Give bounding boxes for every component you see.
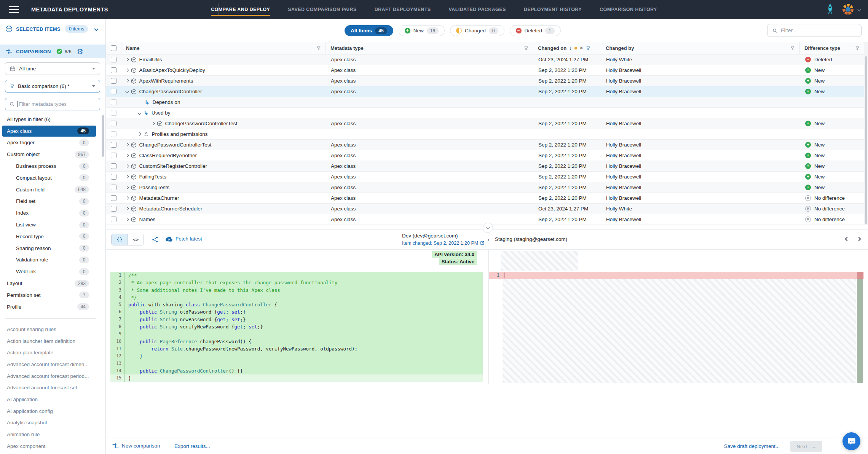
sidebar-type-apex-component[interactable]: Apex component [0, 440, 105, 452]
sidebar-type-apex-class[interactable]: Apex class45 [0, 125, 105, 137]
new-comparison-button[interactable]: New comparison [112, 443, 160, 449]
collapse-table-button[interactable] [483, 223, 493, 233]
fetch-latest-button[interactable]: Fetch latest [165, 236, 202, 242]
gear-icon[interactable]: ⚙ [77, 48, 83, 55]
table-scrollbar[interactable] [864, 42, 868, 225]
sidebar-type-compact-layout[interactable]: Compact layout0 [0, 172, 105, 184]
metadata-type-search[interactable] [5, 98, 100, 110]
table-row-passingtests[interactable]: PassingTestsApex classSep 2, 2022 1:20 P… [106, 182, 864, 193]
row-checkbox[interactable] [111, 174, 116, 180]
sidebar-type-profile[interactable]: Profile44 [0, 301, 105, 313]
sidebar-type-custom-object[interactable]: Custom object967 [0, 148, 105, 160]
chat-widget-button[interactable] [842, 432, 860, 450]
expand-chevron-icon[interactable] [125, 164, 129, 168]
rocket-icon[interactable] [826, 4, 834, 15]
row-checkbox[interactable] [111, 142, 116, 148]
sidebar-type-custom-field[interactable]: Custom field648 [0, 184, 105, 196]
gearset-logo-icon[interactable] [842, 3, 854, 15]
sidebar-type-advanced-account-forecast-dimen[interactable]: Advanced account forecast dimen... [0, 358, 105, 370]
export-results-button[interactable]: Export results... [174, 443, 210, 449]
row-checkbox[interactable] [111, 163, 116, 169]
tab-compare-and-deploy[interactable]: COMPARE AND DEPLOY [211, 5, 270, 14]
table-row-changepasswordcontrollertest[interactable]: ChangePasswordControllerTestApex classSe… [106, 140, 864, 150]
table-row-depends-on[interactable]: ↳Depends on [106, 97, 864, 108]
time-filter-select[interactable]: All time [5, 62, 100, 75]
tab-comparison-history[interactable]: COMPARISON HISTORY [600, 5, 657, 14]
column-header-changed-by[interactable]: Changed by [601, 42, 799, 54]
sidebar-type-layout[interactable]: Layout283 [0, 277, 105, 289]
filter-pill-all-items[interactable]: All Items45 [345, 25, 393, 36]
save-draft-button[interactable]: Save draft deployment... [724, 443, 780, 449]
sidebar-type-analytic-snapshot[interactable]: Analytic snapshot [0, 417, 105, 429]
table-row-metadatachurner[interactable]: MetadataChurnerApex classSep 2, 2022 1:2… [106, 193, 864, 204]
column-header-difference-type[interactable]: Difference type [799, 42, 864, 54]
expand-chevron-icon[interactable] [125, 79, 129, 83]
clear-sort-icon[interactable]: ✕ [580, 46, 583, 51]
metadata-type-search-input[interactable] [19, 101, 96, 107]
sidebar-type-animation-rule[interactable]: Animation rule [0, 429, 105, 440]
expand-chevron-icon[interactable] [125, 143, 129, 147]
table-row-customsiteregistercontroller[interactable]: CustomSiteRegisterControllerApex classSe… [106, 161, 864, 172]
sidebar-type-apex-trigger[interactable]: Apex trigger0 [0, 137, 105, 149]
sidebar-type-business-process[interactable]: Business process0 [0, 160, 105, 172]
expand-chevron-icon[interactable] [125, 218, 129, 221]
account-menu-chevron-icon[interactable] [858, 8, 861, 11]
sidebar-type-validation-rule[interactable]: Validation rule0 [0, 254, 105, 266]
collapse-chevron-icon[interactable] [138, 111, 141, 115]
funnel-icon-active[interactable] [586, 46, 590, 51]
sidebar-type-ai-application[interactable]: AI application [0, 393, 105, 405]
sidebar-scrollbar[interactable] [102, 115, 104, 157]
sidebar-type-account-sharing-rules[interactable]: Account sharing rules [0, 323, 105, 335]
table-row-profiles-and-permissions[interactable]: Profiles and permissions [106, 129, 864, 140]
menu-icon[interactable] [9, 6, 19, 13]
chevron-down-icon[interactable] [94, 27, 98, 31]
select-all-checkbox[interactable] [111, 45, 116, 51]
table-row-emailutils[interactable]: EmailUtilsApex classOct 23, 2024 1:27 PM… [106, 54, 864, 65]
sort-desc-icon[interactable]: ↓ [569, 45, 572, 51]
column-header-metadata-type[interactable]: Metadata type [326, 42, 533, 54]
tab-saved-comparison-pairs[interactable]: SAVED COMPARISON PAIRS [288, 5, 356, 14]
share-icon[interactable] [152, 236, 158, 243]
row-checkbox[interactable] [111, 153, 116, 158]
column-header-changed-on[interactable]: Changed on ↓ ✕ [533, 42, 601, 54]
next-item-button[interactable] [857, 237, 861, 241]
row-checkbox[interactable] [111, 78, 116, 84]
sidebar-type-sharing-reason[interactable]: Sharing reason0 [0, 242, 105, 254]
sidebar-type-action-plan-template[interactable]: Action plan template [0, 347, 105, 358]
table-row-apexwithrequirements[interactable]: ApexWithRequirementsApex classSep 2, 202… [106, 76, 864, 86]
sidebar-type-permission-set[interactable]: Permission set7 [0, 289, 105, 301]
table-row-classrequiredbyanother[interactable]: ClassRequiredByAnotherApex classSep 2, 2… [106, 150, 864, 161]
tab-validated-packages[interactable]: VALIDATED PACKAGES [448, 5, 506, 14]
expand-chevron-icon[interactable] [125, 154, 129, 157]
expand-chevron-icon[interactable] [125, 196, 129, 200]
row-checkbox[interactable] [111, 110, 116, 116]
row-checkbox[interactable] [111, 67, 116, 73]
row-checkbox[interactable] [111, 195, 116, 201]
sidebar-type-action-launcher-item-definition[interactable]: Action launcher item definition [0, 335, 105, 347]
tab-draft-deployments[interactable]: DRAFT DEPLOYMENTS [375, 5, 431, 14]
code-view-toggle[interactable]: {} [112, 234, 128, 245]
funnel-icon[interactable] [855, 46, 860, 51]
sidebar-type-all-types-in-filter-6[interactable]: All types in filter (6) [0, 113, 105, 125]
tab-deployment-history[interactable]: DEPLOYMENT HISTORY [524, 5, 582, 14]
expand-chevron-icon[interactable] [125, 175, 129, 178]
table-row-used-by[interactable]: ↳Used by [106, 108, 864, 118]
collapse-chevron-icon[interactable] [125, 90, 129, 93]
expand-chevron-icon[interactable] [125, 58, 129, 61]
table-row-changepasswordcontrollertest[interactable]: ChangePasswordControllerTestApex classSe… [106, 118, 864, 129]
row-checkbox[interactable] [111, 217, 116, 222]
funnel-icon[interactable] [524, 46, 528, 51]
selected-items-header[interactable]: SELECTED ITEMS 0 items [0, 19, 105, 39]
table-row-failingtests[interactable]: FailingTestsApex classSep 2, 2022 1:20 P… [106, 172, 864, 182]
expand-chevron-icon[interactable] [125, 207, 129, 210]
previous-item-button[interactable] [845, 237, 849, 241]
comparison-filter-select[interactable]: Basic comparison (6) * [5, 80, 100, 92]
sidebar-type-advanced-account-forecast-period[interactable]: Advanced account forecast period... [0, 370, 105, 382]
table-filter-input[interactable] [781, 27, 857, 33]
expand-chevron-icon[interactable] [138, 132, 141, 136]
row-checkbox[interactable] [111, 99, 116, 105]
expand-chevron-icon[interactable] [125, 68, 129, 72]
row-checkbox[interactable] [111, 57, 116, 62]
row-checkbox[interactable] [111, 121, 116, 126]
sidebar-type-record-type[interactable]: Record type0 [0, 231, 105, 242]
